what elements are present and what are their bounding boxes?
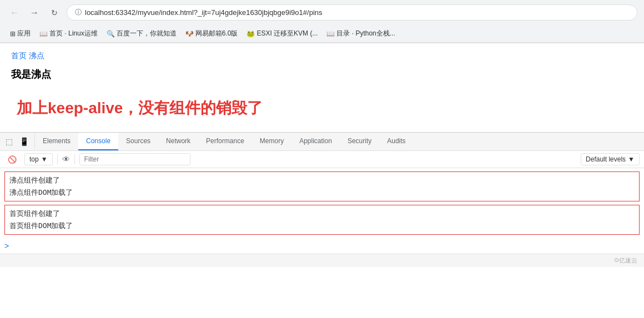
context-select[interactable]: top ▼: [24, 153, 53, 165]
breadcrumb-home[interactable]: 首页: [11, 51, 27, 61]
bookmark-mail163[interactable]: 🐶网易邮箱6.0版: [182, 27, 242, 40]
address-text: localhost:63342/myvue/index.html?_ijt=7u…: [85, 8, 323, 17]
prompt-icon: >: [4, 241, 9, 250]
tab-security[interactable]: Security: [340, 133, 379, 150]
devtools-tabs: ⬚ 📱 ElementsConsoleSourcesNetworkPerform…: [0, 133, 644, 151]
console-line: 沸点组件创建了: [9, 174, 635, 186]
tab-memory[interactable]: Memory: [252, 133, 291, 150]
bookmark-icon-esxi: 🐸: [246, 30, 255, 38]
bookmark-label-apps: 应用: [17, 29, 31, 38]
bookmark-label-mail163: 网易邮箱6.0版: [195, 29, 238, 38]
devtools-icon-buttons: ⬚ 📱: [0, 134, 35, 149]
tab-elements[interactable]: Elements: [35, 133, 78, 150]
page-content: 首页 沸点 我是沸点 加上keep-alive，没有组件的销毁了: [0, 43, 644, 132]
browser-chrome: ← → ↻ ⓘ localhost:63342/myvue/index.html…: [0, 0, 644, 43]
watermark-icon: ⊙: [614, 256, 619, 265]
tab-performance[interactable]: Performance: [198, 133, 252, 150]
tab-application[interactable]: Application: [291, 133, 340, 150]
console-output: 沸点组件创建了沸点组件DOM加载了首页组件创建了首页组件DOM加载了 >: [0, 171, 644, 254]
inspect-element-button[interactable]: ⬚: [3, 134, 15, 149]
bookmark-home-linux[interactable]: 📖首页 · Linux运维: [36, 27, 101, 40]
bookmark-icon-baidu: 🔍: [107, 30, 115, 38]
console-group-group1: 沸点组件创建了沸点组件DOM加载了: [4, 171, 640, 201]
console-group-group2: 首页组件创建了首页组件DOM加载了: [4, 205, 640, 235]
refresh-button[interactable]: ↻: [47, 5, 62, 21]
breadcrumb: 首页 沸点: [11, 51, 633, 61]
tab-sources[interactable]: Sources: [118, 133, 158, 150]
tabs-container: ElementsConsoleSourcesNetworkPerformance…: [35, 133, 414, 150]
watermark: ⊙ 亿速云: [0, 254, 644, 267]
bookmark-label-python: 目录 · Python全栈...: [336, 29, 395, 38]
toolbar-divider2: [74, 154, 75, 164]
bookmark-esxi[interactable]: 🐸ESXI 迁移至KVM (...: [243, 27, 321, 40]
levels-arrow-icon: ▼: [628, 155, 635, 163]
browser-nav: ← → ↻ ⓘ localhost:63342/myvue/index.html…: [0, 0, 644, 25]
bookmark-label-esxi: ESXI 迁移至KVM (...: [256, 29, 318, 38]
bookmark-label-baidu: 百度一下，你就知道: [117, 29, 177, 38]
forward-button[interactable]: →: [27, 5, 42, 21]
tab-audits[interactable]: Audits: [379, 133, 413, 150]
bookmark-icon-apps: ⊞: [10, 30, 16, 38]
watermark-text: 亿速云: [619, 256, 637, 265]
context-select-label: top: [29, 155, 39, 163]
toolbar-divider: [57, 154, 58, 164]
bookmark-icon-home-linux: 📖: [39, 30, 48, 38]
console-line: 首页组件DOM加载了: [9, 220, 635, 232]
chevron-down-icon: ▼: [41, 155, 48, 163]
console-groups: 沸点组件创建了沸点组件DOM加载了首页组件创建了首页组件DOM加载了: [0, 171, 644, 235]
levels-select[interactable]: Default levels ▼: [581, 153, 640, 165]
bookmark-icon-python: 📖: [326, 30, 335, 38]
console-line: 沸点组件DOM加载了: [9, 186, 635, 199]
bookmark-label-home-linux: 首页 · Linux运维: [49, 29, 98, 38]
console-toolbar: 🚫 top ▼ 👁 Default levels ▼: [0, 151, 644, 168]
filter-input[interactable]: [79, 153, 190, 165]
highlight-text: 加上keep-alive，没有组件的销毁了: [11, 98, 633, 119]
bookmark-icon-mail163: 🐶: [185, 30, 194, 38]
device-toggle-button[interactable]: 📱: [17, 134, 31, 149]
eye-icon[interactable]: 👁: [62, 155, 70, 164]
console-prompt: >: [0, 238, 644, 254]
bookmark-apps[interactable]: ⊞应用: [7, 27, 34, 40]
back-button[interactable]: ←: [7, 5, 22, 21]
clear-console-button[interactable]: 🚫: [4, 154, 20, 165]
breadcrumb-boiling[interactable]: 沸点: [29, 51, 44, 61]
bookmarks-bar: ⊞应用📖首页 · Linux运维🔍百度一下，你就知道🐶网易邮箱6.0版🐸ESXI…: [0, 25, 644, 43]
devtools-panel: ⬚ 📱 ElementsConsoleSourcesNetworkPerform…: [0, 132, 644, 267]
address-bar[interactable]: ⓘ localhost:63342/myvue/index.html?_ijt=…: [67, 4, 637, 21]
lock-icon: ⓘ: [75, 8, 82, 17]
console-line: 首页组件创建了: [9, 208, 635, 220]
bookmark-baidu[interactable]: 🔍百度一下，你就知道: [103, 27, 180, 40]
levels-label: Default levels: [586, 155, 626, 163]
page-title: 我是沸点: [11, 68, 633, 81]
bookmark-python[interactable]: 📖目录 · Python全栈...: [323, 27, 398, 40]
tab-network[interactable]: Network: [158, 133, 198, 150]
tab-console[interactable]: Console: [78, 133, 118, 150]
